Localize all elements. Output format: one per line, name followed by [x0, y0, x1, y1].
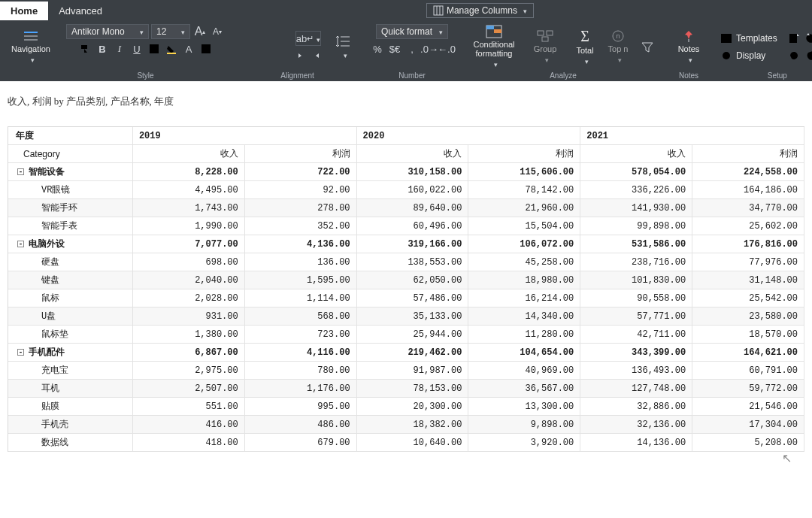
- align-left-button[interactable]: [238, 48, 253, 63]
- cell-value[interactable]: 416.00: [132, 416, 244, 434]
- navigation-button[interactable]: Navigation: [9, 26, 53, 68]
- undo-button[interactable]: [804, 31, 812, 46]
- table-row[interactable]: 贴膜551.00995.0020,300.0013,300.0032,886.0…: [8, 398, 804, 416]
- year-2020-header[interactable]: 2020: [356, 127, 580, 145]
- cell-value[interactable]: 25,944.00: [356, 326, 468, 344]
- cell-value[interactable]: 36,567.00: [468, 380, 580, 398]
- table-row[interactable]: 键盘2,040.001,595.0062,050.0018,980.00101,…: [8, 271, 804, 289]
- filter-button[interactable]: [636, 26, 659, 68]
- cell-value[interactable]: 6,867.00: [132, 344, 244, 362]
- cell-value[interactable]: 11,280.00: [468, 326, 580, 344]
- cell-value[interactable]: 343,399.00: [580, 344, 692, 362]
- row-label[interactable]: -电脑外设: [8, 235, 132, 253]
- cell-value[interactable]: 336,226.00: [580, 181, 692, 199]
- cell-value[interactable]: 104,654.00: [468, 344, 580, 362]
- cell-value[interactable]: 14,136.00: [580, 434, 692, 452]
- cell-value[interactable]: 4,116.00: [244, 344, 356, 362]
- cell-value[interactable]: 90,558.00: [580, 289, 692, 307]
- table-row[interactable]: 智能手表1,990.00352.0060,496.0015,504.0099,8…: [8, 217, 804, 235]
- cell-value[interactable]: 1,114.00: [244, 289, 356, 307]
- row-label[interactable]: 充电宝: [8, 362, 132, 380]
- cell-value[interactable]: 25,542.00: [692, 289, 804, 307]
- year-header-label[interactable]: 年度: [8, 127, 132, 145]
- cell-value[interactable]: 59,772.00: [692, 380, 804, 398]
- cell-value[interactable]: 1,595.00: [244, 271, 356, 289]
- collapse-icon[interactable]: -: [17, 168, 24, 175]
- align-center-button[interactable]: [256, 48, 271, 63]
- cell-value[interactable]: 723.00: [244, 326, 356, 344]
- cell-value[interactable]: 9,898.00: [468, 416, 580, 434]
- col-2019-profit[interactable]: 利润: [244, 145, 356, 163]
- cell-value[interactable]: 18,980.00: [468, 271, 580, 289]
- cell-value[interactable]: 1,176.00: [244, 380, 356, 398]
- border-button[interactable]: [147, 41, 162, 56]
- cell-value[interactable]: 224,558.00: [692, 163, 804, 181]
- percent-button[interactable]: %: [370, 41, 385, 56]
- cell-value[interactable]: 62,050.00: [356, 271, 468, 289]
- cell-value[interactable]: 60,791.00: [692, 362, 804, 380]
- cell-value[interactable]: 698.00: [132, 253, 244, 271]
- cell-value[interactable]: 77,976.00: [692, 253, 804, 271]
- cell-value[interactable]: 238,716.00: [580, 253, 692, 271]
- cell-value[interactable]: 32,136.00: [580, 416, 692, 434]
- font-color-button[interactable]: A: [181, 41, 196, 56]
- table-row[interactable]: 鼠标垫1,380.00723.0025,944.0011,280.0042,71…: [8, 326, 804, 344]
- cell-value[interactable]: 578,054.00: [580, 163, 692, 181]
- cell-value[interactable]: 89,640.00: [356, 199, 468, 217]
- manage-columns-button[interactable]: Manage Columns: [426, 3, 534, 18]
- table-row[interactable]: 硬盘698.00136.00138,553.0045,258.00238,716…: [8, 253, 804, 271]
- tab-advanced[interactable]: Advanced: [48, 2, 113, 20]
- refresh-button[interactable]: [786, 48, 801, 63]
- decrease-decimal-button[interactable]: ←.0: [439, 41, 454, 56]
- cell-value[interactable]: 101,830.00: [580, 271, 692, 289]
- table-row[interactable]: 数据线418.00679.0010,640.003,920.0014,136.0…: [8, 434, 804, 452]
- bold-button[interactable]: B: [95, 41, 110, 56]
- table-row[interactable]: VR眼镜4,495.0092.00160,022.0078,142.00336,…: [8, 181, 804, 199]
- italic-button[interactable]: I: [112, 41, 127, 56]
- cell-value[interactable]: 136,493.00: [580, 362, 692, 380]
- year-2021-header[interactable]: 2021: [580, 127, 804, 145]
- cell-value[interactable]: 164,621.00: [692, 344, 804, 362]
- font-size-dropdown[interactable]: 12: [151, 24, 190, 39]
- cell-value[interactable]: 35,133.00: [356, 307, 468, 326]
- cell-value[interactable]: 17,304.00: [692, 416, 804, 434]
- cell-value[interactable]: 1,990.00: [132, 217, 244, 235]
- increase-font-button[interactable]: A▴: [192, 24, 208, 39]
- cell-value[interactable]: 551.00: [132, 398, 244, 416]
- increase-decimal-button[interactable]: .0→: [422, 41, 437, 56]
- line-spacing-button[interactable]: [331, 26, 356, 68]
- cell-value[interactable]: 164,186.00: [692, 181, 804, 199]
- cell-value[interactable]: 1,380.00: [132, 326, 244, 344]
- decrease-font-button[interactable]: A▾: [210, 24, 225, 39]
- cell-value[interactable]: 319,166.00: [356, 235, 468, 253]
- notes-button[interactable]: Notes: [672, 26, 705, 68]
- table-row[interactable]: U盘931.00568.0035,133.0014,340.0057,771.0…: [8, 307, 804, 326]
- cell-value[interactable]: 4,136.00: [244, 235, 356, 253]
- table-row[interactable]: 智能手环1,743.00278.0089,640.0021,960.00141,…: [8, 199, 804, 217]
- row-label[interactable]: 智能手表: [8, 217, 132, 235]
- cell-value[interactable]: 18,382.00: [356, 416, 468, 434]
- cell-value[interactable]: 418.00: [132, 434, 244, 452]
- row-label[interactable]: 键盘: [8, 271, 132, 289]
- table-row[interactable]: 充电宝2,975.00780.0091,987.0040,969.00136,4…: [8, 362, 804, 380]
- decrease-indent-button[interactable]: [295, 48, 311, 63]
- table-row[interactable]: -手机配件6,867.004,116.00219,462.00104,654.0…: [8, 344, 804, 362]
- col-2021-profit[interactable]: 利润: [692, 145, 804, 163]
- collapse-icon[interactable]: -: [17, 349, 24, 356]
- cell-value[interactable]: 21,960.00: [468, 199, 580, 217]
- cell-value[interactable]: 160,022.00: [356, 181, 468, 199]
- cell-value[interactable]: 13,300.00: [468, 398, 580, 416]
- cell-value[interactable]: 2,975.00: [132, 362, 244, 380]
- topn-button[interactable]: n Top n: [603, 26, 633, 68]
- cell-value[interactable]: 32,886.00: [580, 398, 692, 416]
- cell-value[interactable]: 780.00: [244, 362, 356, 380]
- row-label[interactable]: U盘: [8, 307, 132, 326]
- font-family-dropdown[interactable]: Antikor Mono: [66, 24, 149, 39]
- cell-value[interactable]: 15,504.00: [468, 217, 580, 235]
- cell-value[interactable]: 34,770.00: [692, 199, 804, 217]
- tab-home[interactable]: Home: [0, 2, 48, 20]
- row-label[interactable]: 鼠标: [8, 289, 132, 307]
- pivot-table[interactable]: 年度 2019 2020 2021 Category 收入 利润 收入 利润 收…: [8, 126, 804, 452]
- cell-value[interactable]: 568.00: [244, 307, 356, 326]
- cell-value[interactable]: 42,711.00: [580, 326, 692, 344]
